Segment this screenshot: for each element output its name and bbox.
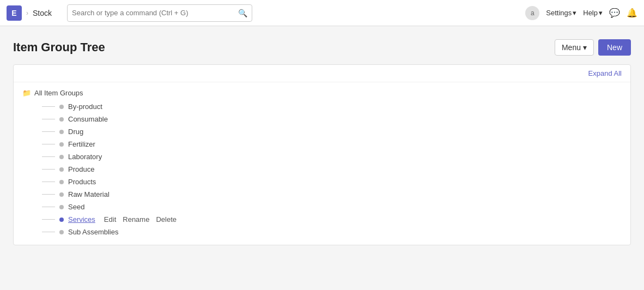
- settings-chevron-icon: ▾: [573, 9, 576, 17]
- tree-item-label: Produce: [68, 165, 94, 173]
- menu-chevron-icon: ▾: [583, 43, 587, 52]
- tree-item: Products: [42, 176, 622, 188]
- tree-root: 📁 All Item Groups: [22, 89, 622, 97]
- tree-dot: [59, 130, 64, 134]
- search-input[interactable]: [72, 9, 235, 17]
- help-button[interactable]: Help ▾: [583, 9, 603, 17]
- module-label: Stock: [33, 9, 52, 17]
- tree-item: Sub Assemblies: [42, 226, 622, 238]
- tree-connector-line: [42, 219, 55, 220]
- tree-item: Consumable: [42, 113, 622, 125]
- new-button[interactable]: New: [598, 39, 631, 56]
- tree-connector-line: [42, 182, 55, 182]
- context-rename[interactable]: Rename: [123, 215, 149, 223]
- expand-all-button[interactable]: Expand All: [588, 69, 622, 77]
- tree-dot: [59, 180, 64, 184]
- tree-dot: [59, 155, 64, 159]
- tree-item-label: Fertilizer: [68, 140, 95, 148]
- tree-dot: [59, 192, 64, 197]
- tree-dot: [59, 142, 64, 147]
- tree-item-label: Laboratory: [68, 153, 102, 161]
- tree-item-label: Seed: [68, 203, 84, 211]
- tree-item-label: Products: [68, 178, 96, 186]
- help-chevron-icon: ▾: [599, 9, 603, 17]
- breadcrumb-chevron: ›: [26, 9, 28, 17]
- tree-dot: [59, 230, 64, 234]
- tree-dot: [59, 105, 64, 109]
- tree-card: Expand All 📁 All Item Groups By-productC…: [13, 64, 631, 245]
- tree-item-label[interactable]: Services: [68, 215, 95, 223]
- tree-dot: [59, 117, 64, 122]
- tree-connector-line: [42, 119, 55, 119]
- tree-connector-line: [42, 131, 55, 132]
- avatar: a: [525, 6, 539, 20]
- tree-dot: [59, 218, 64, 222]
- tree-item: Raw Material: [42, 188, 622, 201]
- tree-connector-line: [42, 156, 55, 157]
- tree-item-label: Consumable: [68, 115, 108, 123]
- chat-icon[interactable]: 💬: [609, 8, 620, 18]
- tree-item-label: Raw Material: [68, 190, 110, 198]
- tree-connector-line: [42, 232, 55, 232]
- tree-item: Produce: [42, 163, 622, 176]
- tree-item-label: Drug: [68, 128, 83, 136]
- context-delete[interactable]: Delete: [156, 215, 177, 223]
- tree-dot: [59, 205, 64, 209]
- settings-button[interactable]: Settings ▾: [546, 9, 576, 17]
- tree-item: ServicesEditRenameDelete: [42, 213, 622, 226]
- context-menu: EditRenameDelete: [104, 215, 177, 223]
- tree-connector-line: [42, 144, 55, 144]
- menu-button[interactable]: Menu ▾: [555, 39, 594, 56]
- tree-item: Fertilizer: [42, 138, 622, 150]
- tree-connector-line: [42, 194, 55, 195]
- tree-item: Drug: [42, 125, 622, 138]
- bell-icon[interactable]: 🔔: [627, 8, 637, 18]
- search-box: 🔍: [67, 4, 252, 22]
- tree-item: Seed: [42, 201, 622, 213]
- tree-item: By-product: [42, 100, 622, 113]
- tree-item: Laboratory: [42, 150, 622, 163]
- tree-item-label: By-product: [68, 102, 102, 111]
- tree-children: By-productConsumableDrugFertilizerLabora…: [42, 100, 622, 238]
- page-title: Item Group Tree: [13, 40, 105, 55]
- search-icon: 🔍: [238, 9, 247, 17]
- tree-dot: [59, 167, 64, 172]
- folder-icon: 📁: [22, 89, 31, 97]
- context-edit[interactable]: Edit: [104, 215, 116, 223]
- tree-connector-line: [42, 106, 55, 107]
- tree-connector-line: [42, 207, 55, 207]
- app-icon[interactable]: E: [7, 5, 22, 21]
- tree-connector-line: [42, 169, 55, 170]
- tree-item-label: Sub Assemblies: [68, 228, 119, 236]
